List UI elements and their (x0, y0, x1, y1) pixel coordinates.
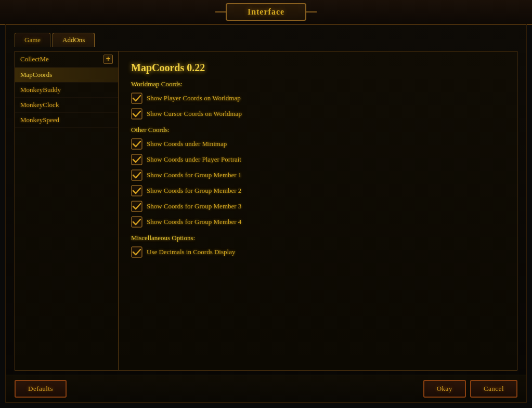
sidebar: CollectMe + MapCoords MonkeyBuddy Monkey… (15, 51, 119, 371)
checkbox-icon-use-decimals (131, 246, 142, 258)
plus-icon[interactable]: + (103, 55, 113, 64)
action-buttons: Okay Cancel (423, 380, 517, 398)
checkbox-coords-group2[interactable]: Show Coords for Group Member 2 (131, 185, 504, 196)
section-misc-header: Miscellaneous Options: (131, 234, 504, 242)
section-worldmap-header: Worldmap Coords: (131, 80, 504, 88)
checkbox-label-coords-group4: Show Coords for Group Member 4 (147, 218, 241, 226)
page-title: Interface (248, 7, 284, 16)
checkbox-icon-coords-group3 (131, 201, 142, 212)
checkbox-label-cursor-coords-worldmap: Show Cursor Coords on Worldmap (147, 110, 242, 118)
content-row: CollectMe + MapCoords MonkeyBuddy Monkey… (6, 47, 526, 375)
checkbox-label-coords-portrait: Show Coords under Player Portrait (147, 155, 241, 164)
addon-title: MapCoords 0.22 (131, 62, 504, 74)
checkbox-coords-minimap[interactable]: Show Coords under Minimap (131, 138, 504, 150)
checkbox-icon-player-coords (131, 93, 142, 104)
checkbox-label-player-coords-worldmap: Show Player Coords on Worldmap (147, 94, 241, 102)
checkbox-coords-group3[interactable]: Show Coords for Group Member 3 (131, 201, 504, 212)
sidebar-item-monkeyspeed[interactable]: MonkeySpeed (15, 113, 118, 128)
checkbox-label-coords-group1: Show Coords for Group Member 1 (147, 171, 241, 179)
sidebar-item-label: MapCoords (20, 71, 52, 79)
section-other-header: Other Coords: (131, 126, 504, 134)
checkbox-label-coords-minimap: Show Coords under Minimap (147, 140, 227, 148)
sidebar-item-label: CollectMe (20, 55, 49, 63)
settings-panel: MapCoords 0.22 Worldmap Coords: Show Pla… (119, 51, 517, 371)
checkbox-coords-group4[interactable]: Show Coords for Group Member 4 (131, 216, 504, 228)
sidebar-item-collectme[interactable]: CollectMe + (15, 51, 118, 68)
checkbox-icon-coords-group2 (131, 185, 142, 196)
sidebar-item-mapcoords[interactable]: MapCoords (15, 68, 118, 83)
cancel-button[interactable]: Cancel (470, 380, 517, 398)
checkbox-use-decimals[interactable]: Use Decimals in Coords Display (131, 246, 504, 258)
sidebar-item-monkeybuddy[interactable]: MonkeyBuddy (15, 83, 118, 98)
defaults-button[interactable]: Defaults (15, 380, 67, 398)
sidebar-item-label: MonkeyClock (20, 101, 59, 109)
checkbox-cursor-coords-worldmap[interactable]: Show Cursor Coords on Worldmap (131, 108, 504, 120)
tab-area: Game AddOns (6, 25, 526, 47)
checkbox-label-use-decimals: Use Decimals in Coords Display (147, 248, 235, 256)
bottom-bar: Defaults Okay Cancel (6, 375, 526, 402)
checkbox-icon-cursor-coords (131, 108, 142, 120)
okay-button[interactable]: Okay (423, 380, 466, 398)
checkbox-coords-group1[interactable]: Show Coords for Group Member 1 (131, 169, 504, 181)
tab-game[interactable]: Game (15, 33, 50, 47)
checkbox-player-coords-worldmap[interactable]: Show Player Coords on Worldmap (131, 93, 504, 104)
checkbox-icon-coords-group1 (131, 169, 142, 181)
checkbox-label-coords-group3: Show Coords for Group Member 3 (147, 202, 241, 210)
title-bar: Interface (0, 0, 532, 25)
tab-addons[interactable]: AddOns (53, 33, 95, 47)
sidebar-item-monkeyclock[interactable]: MonkeyClock (15, 98, 118, 113)
checkbox-icon-coords-minimap (131, 138, 142, 150)
checkbox-label-coords-group2: Show Coords for Group Member 2 (147, 187, 241, 195)
sidebar-item-label: MonkeySpeed (20, 116, 59, 124)
main-container: Game AddOns CollectMe + MapCoords Monkey… (5, 25, 527, 403)
checkbox-icon-coords-group4 (131, 216, 142, 228)
checkbox-coords-portrait[interactable]: Show Coords under Player Portrait (131, 154, 504, 165)
checkbox-icon-coords-portrait (131, 154, 142, 165)
sidebar-item-label: MonkeyBuddy (20, 86, 61, 94)
title-panel: Interface (226, 3, 306, 21)
